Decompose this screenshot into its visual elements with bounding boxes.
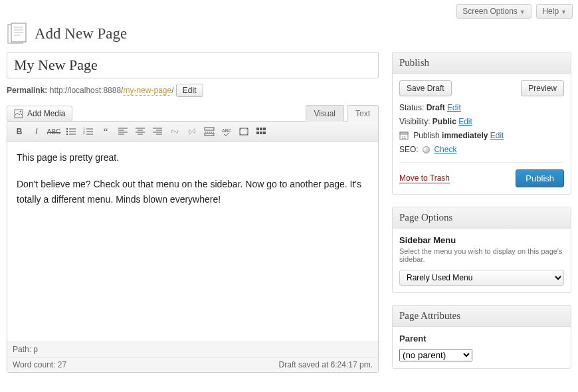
move-to-trash-link[interactable]: Move to Trash <box>399 173 450 183</box>
draft-saved-time: Draft saved at 6:24:17 pm. <box>279 360 373 369</box>
svg-text:2: 2 <box>83 130 85 134</box>
italic-button[interactable]: I <box>29 124 45 139</box>
svg-rect-39 <box>263 128 266 130</box>
blockquote-button[interactable]: “ <box>98 124 114 139</box>
unlink-button[interactable] <box>184 124 200 139</box>
svg-line-31 <box>189 128 195 135</box>
svg-rect-37 <box>256 128 259 130</box>
page-attributes-panel-title: Page Attributes <box>393 306 571 327</box>
screen-options-button[interactable]: Screen Options▼ <box>456 4 531 19</box>
editor-content[interactable]: This page is pretty great. Don't believe… <box>7 142 378 342</box>
sidebar-menu-label: Sidebar Menu <box>399 235 564 245</box>
editor-toolbar: B I ABC 12 “ ABC <box>7 122 378 142</box>
svg-point-7 <box>20 111 22 113</box>
visibility-value: Public <box>433 117 456 126</box>
sidebar-menu-select[interactable]: Rarely Used Menu <box>399 270 564 286</box>
edit-schedule-link[interactable]: Edit <box>490 131 504 140</box>
sidebar-menu-desc: Select the menu you wish to display on t… <box>399 247 564 263</box>
ordered-list-button[interactable]: 12 <box>80 124 96 139</box>
unordered-list-button[interactable] <box>63 124 79 139</box>
parent-label: Parent <box>399 334 564 343</box>
word-count: Word count: 27 <box>13 360 66 369</box>
svg-rect-32 <box>205 128 214 130</box>
status-value: Draft <box>427 103 445 112</box>
svg-point-9 <box>66 131 68 132</box>
tab-text[interactable]: Text <box>347 105 379 122</box>
svg-rect-41 <box>260 132 262 134</box>
visibility-label: Visibility: <box>399 117 433 126</box>
insert-more-button[interactable] <box>201 124 217 139</box>
align-right-button[interactable] <box>149 124 165 139</box>
parent-select[interactable]: (no parent) <box>399 349 472 361</box>
svg-rect-40 <box>256 132 259 134</box>
svg-text:11: 11 <box>402 136 407 140</box>
permalink-label: Permalink: <box>7 86 47 95</box>
editor-path: Path: p <box>7 342 378 357</box>
save-draft-button[interactable]: Save Draft <box>399 80 452 96</box>
publish-panel-title: Publish <box>393 52 571 74</box>
svg-rect-42 <box>263 132 266 134</box>
permalink-slug[interactable]: my-new-page <box>123 86 171 96</box>
svg-point-8 <box>66 128 68 130</box>
edit-slug-button[interactable]: Edit <box>176 84 203 97</box>
calendar-icon: 11 <box>399 131 409 140</box>
strikethrough-button[interactable]: ABC <box>46 124 62 139</box>
seo-label: SEO: <box>399 145 419 154</box>
bold-button[interactable]: B <box>11 124 27 139</box>
media-icon <box>14 109 23 118</box>
align-left-button[interactable] <box>115 124 131 139</box>
publish-button[interactable]: Publish <box>516 169 564 187</box>
seo-indicator-icon <box>423 146 430 153</box>
align-center-button[interactable] <box>132 124 148 139</box>
svg-rect-38 <box>260 128 262 130</box>
add-media-button[interactable]: Add Media <box>7 106 72 122</box>
status-label: Status: <box>399 103 427 112</box>
edit-status-link[interactable]: Edit <box>447 103 461 112</box>
edit-visibility-link[interactable]: Edit <box>458 117 472 126</box>
help-button[interactable]: Help▼ <box>536 4 573 19</box>
svg-rect-34 <box>205 134 214 136</box>
schedule-value: immediately <box>442 131 488 140</box>
tab-visual[interactable]: Visual <box>306 105 344 122</box>
link-button[interactable] <box>167 124 183 139</box>
svg-point-10 <box>66 134 68 135</box>
kitchen-sink-button[interactable] <box>253 124 269 139</box>
svg-text:ABC: ABC <box>222 128 231 133</box>
preview-button[interactable]: Preview <box>521 80 564 96</box>
permalink-base: http://localhost:8888/ <box>50 86 124 95</box>
svg-rect-6 <box>15 110 23 118</box>
svg-rect-44 <box>400 132 408 134</box>
schedule-label: Publish <box>413 131 442 140</box>
seo-check-link[interactable]: Check <box>434 145 456 154</box>
post-title-input[interactable] <box>7 52 379 78</box>
page-title: Add New Page <box>35 25 127 43</box>
fullscreen-button[interactable] <box>236 124 252 139</box>
page-icon <box>7 23 28 45</box>
page-options-panel-title: Page Options <box>393 207 571 229</box>
spellcheck-button[interactable]: ABC <box>219 124 235 139</box>
